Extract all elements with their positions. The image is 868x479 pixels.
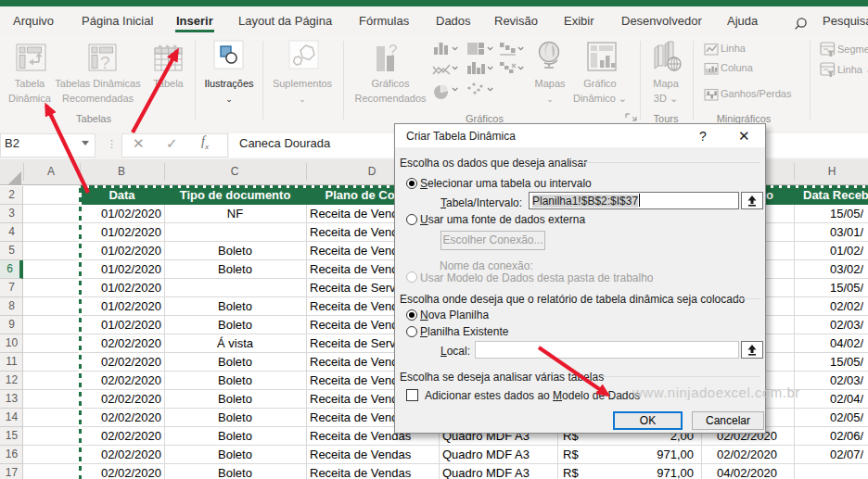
- svg-text:?: ?: [389, 42, 397, 59]
- svg-text:?: ?: [100, 53, 110, 72]
